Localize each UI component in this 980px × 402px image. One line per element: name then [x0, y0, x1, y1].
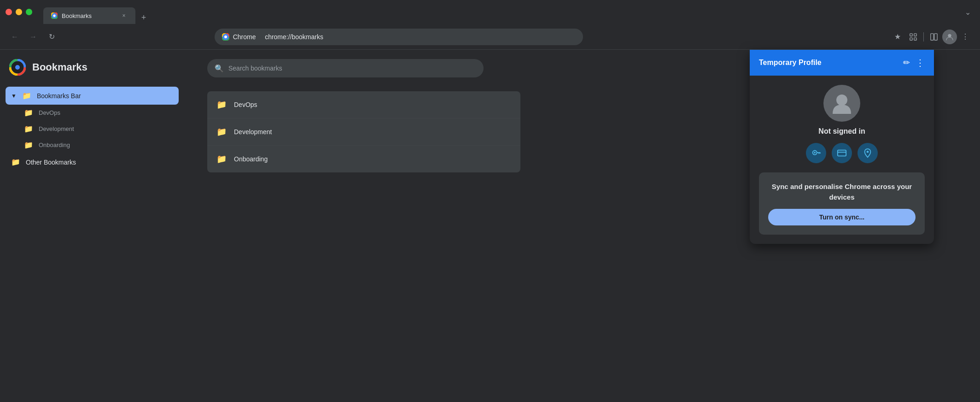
omnibox[interactable]: Chrome chrome://bookmarks: [215, 29, 583, 45]
tab-favicon: [51, 12, 58, 19]
bookmark-item-devops-label: DevOps: [234, 101, 257, 108]
folder-icon: 📁: [11, 158, 20, 166]
sidebar-item-onboarding[interactable]: 📁 Onboarding: [18, 137, 179, 153]
extension-puzzle-button[interactable]: [906, 30, 921, 44]
search-placeholder: Search bookmarks: [228, 65, 282, 72]
close-window-button[interactable]: [6, 9, 12, 15]
tab-title: Bookmarks: [62, 12, 92, 19]
forward-button[interactable]: →: [26, 30, 41, 44]
tab-bookmarks[interactable]: Bookmarks ×: [43, 7, 135, 24]
svg-rect-8: [931, 33, 933, 40]
traffic-lights: [6, 9, 32, 15]
profile-avatar-button[interactable]: [942, 30, 957, 44]
split-screen-button[interactable]: [927, 30, 941, 44]
toolbar-actions: ★ ⋮: [890, 30, 973, 44]
sidebar-header: Bookmarks: [6, 59, 179, 76]
addresses-icon-button[interactable]: [858, 143, 878, 163]
profile-panel: Temporary Profile ✏ ⋮ Not signed in: [750, 50, 934, 244]
svg-point-26: [867, 151, 869, 153]
reload-button[interactable]: ↻: [44, 30, 59, 44]
sidebar-item-other-bookmarks-label: Other Bookmarks: [26, 159, 76, 166]
arrow-down-icon: ▼: [11, 93, 17, 99]
turn-on-sync-button[interactable]: Turn on sync...: [768, 209, 916, 225]
profile-edit-button[interactable]: ✏: [903, 58, 910, 68]
bookmark-item-development[interactable]: 📁 Development: [207, 118, 520, 146]
svg-point-10: [948, 34, 951, 37]
bookmark-star-button[interactable]: ★: [890, 30, 905, 44]
sync-text: Sync and personalise Chrome across your …: [768, 182, 916, 202]
bookmark-item-devops[interactable]: 📁 DevOps: [207, 91, 520, 118]
svg-rect-9: [934, 33, 937, 40]
tab-bar: Bookmarks × +: [43, 0, 957, 24]
profile-panel-title: Temporary Profile: [759, 59, 822, 67]
search-bar[interactable]: 🔍 Search bookmarks: [207, 59, 484, 77]
bookmark-item-onboarding[interactable]: 📁 Onboarding: [207, 146, 520, 172]
sidebar-children: 📁 DevOps 📁 Development 📁 Onboarding: [6, 105, 179, 153]
chrome-logo: [9, 59, 26, 76]
titlebar: Bookmarks × + ⌄: [0, 0, 980, 24]
sidebar-item-onboarding-label: Onboarding: [39, 142, 70, 148]
svg-rect-4: [910, 33, 912, 35]
svg-point-18: [836, 95, 847, 106]
folder-icon: 📁: [216, 127, 227, 137]
folder-icon: 📁: [216, 154, 227, 164]
back-button[interactable]: ←: [7, 30, 22, 44]
sidebar-item-other-bookmarks[interactable]: 📁 Other Bookmarks: [6, 153, 179, 171]
toolbar-divider: [923, 32, 924, 41]
sidebar-title: Bookmarks: [32, 61, 88, 73]
sidebar-item-development-label: Development: [39, 125, 74, 132]
folder-icon: 📁: [22, 91, 31, 100]
folder-icon: 📁: [24, 141, 33, 149]
folder-icon: 📁: [24, 124, 33, 133]
svg-rect-7: [914, 37, 916, 40]
minimize-window-button[interactable]: [16, 9, 22, 15]
sidebar-item-devops-label: DevOps: [39, 109, 60, 116]
bookmark-item-onboarding-label: Onboarding: [234, 155, 268, 163]
svg-rect-5: [914, 33, 916, 35]
sidebar-item-bookmarks-bar[interactable]: ▼ 📁 Bookmarks Bar: [6, 87, 179, 105]
svg-point-17: [15, 65, 20, 70]
titlebar-right: ⌄: [961, 5, 974, 19]
search-icon: 🔍: [215, 64, 224, 73]
svg-point-1: [53, 14, 55, 17]
sidebar-item-devops[interactable]: 📁 DevOps: [18, 105, 179, 121]
sync-section: Sync and personalise Chrome across your …: [759, 172, 925, 235]
svg-rect-24: [838, 150, 846, 156]
svg-rect-6: [910, 37, 912, 40]
window-expand-button[interactable]: ⌄: [961, 5, 974, 19]
profile-panel-header: Temporary Profile ✏ ⋮: [750, 50, 934, 76]
main-content: Bookmarks ▼ 📁 Bookmarks Bar 📁 DevOps 📁 D…: [0, 50, 980, 402]
folder-icon: 📁: [216, 100, 227, 110]
omnibox-site-name: Chrome: [233, 33, 256, 41]
passwords-icon-button[interactable]: [806, 143, 826, 163]
maximize-window-button[interactable]: [26, 9, 32, 15]
folder-icon: 📁: [24, 108, 33, 117]
sidebar-item-development[interactable]: 📁 Development: [18, 121, 179, 137]
bookmark-item-development-label: Development: [234, 128, 272, 136]
omnibox-url-text: chrome://bookmarks: [259, 33, 323, 41]
bookmark-list: 📁 DevOps 📁 Development 📁 Onboarding: [207, 91, 520, 172]
chrome-menu-button[interactable]: ⋮: [958, 30, 973, 44]
omnibox-site-favicon: [222, 33, 229, 41]
svg-point-3: [224, 35, 227, 38]
sidebar: Bookmarks ▼ 📁 Bookmarks Bar 📁 DevOps 📁 D…: [0, 50, 184, 402]
sidebar-item-bookmarks-bar-label: Bookmarks Bar: [37, 92, 81, 100]
tab-close-button[interactable]: ×: [120, 12, 128, 20]
profile-status: Not signed in: [818, 127, 865, 136]
svg-point-23: [814, 152, 816, 154]
profile-icons: [806, 143, 878, 163]
payment-methods-icon-button[interactable]: [832, 143, 852, 163]
omnibox-bar: ← → ↻ Chrome chrome://bookmarks ★: [0, 24, 980, 50]
profile-more-button[interactable]: ⋮: [916, 57, 925, 68]
profile-panel-body: Not signed in: [750, 76, 934, 244]
profile-avatar: [823, 85, 860, 122]
new-tab-button[interactable]: +: [137, 11, 150, 24]
